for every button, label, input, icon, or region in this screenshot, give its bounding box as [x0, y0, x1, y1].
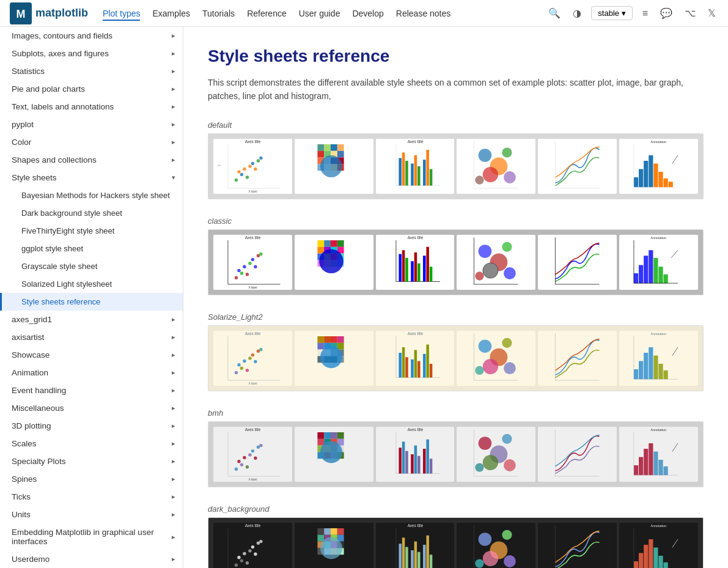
page-description: This script demonstrates the different a…: [208, 76, 704, 103]
plot-bubble-bmh[interactable]: [457, 427, 535, 482]
svg-point-180: [476, 366, 484, 374]
sidebar-item-text[interactable]: Text, labels and annotations: [0, 98, 183, 116]
plot-image-bmh[interactable]: [295, 427, 373, 482]
plot-image-dark[interactable]: [295, 523, 373, 568]
svg-text:Annotation: Annotation: [651, 524, 667, 528]
sidebar-item-pyplot[interactable]: pyplot: [0, 116, 183, 133]
plot-scatter-dark[interactable]: Axes title X-label: [213, 523, 292, 568]
svg-rect-146: [317, 336, 324, 343]
plot-bar-classic[interactable]: Axes title: [376, 235, 455, 290]
sidebar-item-color[interactable]: Color: [0, 133, 183, 151]
svg-rect-296: [405, 547, 408, 568]
svg-rect-233: [411, 454, 414, 474]
sidebar-item-scales[interactable]: Scales: [0, 435, 183, 452]
sidebar-item-grayscale[interactable]: Grayscale style sheet: [0, 257, 183, 275]
sidebar-item-specialty[interactable]: Specialty Plots: [0, 452, 183, 470]
sidebar-item-userdemo[interactable]: Userdemo: [0, 550, 183, 568]
sidebar-item-misc[interactable]: Miscellaneous: [0, 399, 183, 417]
nav-release-notes[interactable]: Release notes: [396, 9, 451, 18]
plot-line-bmh[interactable]: [538, 427, 617, 482]
plot-image-solarize[interactable]: [295, 331, 373, 386]
sidebar-item-shapes[interactable]: Shapes and collections: [0, 151, 183, 169]
sidebar-item-events[interactable]: Event handling: [0, 382, 183, 399]
plot-hist-solarize[interactable]: Annotation: [619, 331, 698, 386]
chevron-axes-grid1: [172, 315, 175, 323]
nav-tutorials[interactable]: Tutorials: [202, 9, 235, 18]
plot-line-solarize[interactable]: [538, 331, 617, 386]
sidebar-item-stylesheets[interactable]: Style sheets: [0, 169, 183, 186]
sidebar-item-animation[interactable]: Animation: [0, 364, 183, 382]
plot-bubble-default[interactable]: [457, 139, 535, 194]
svg-point-141: [259, 348, 262, 351]
sidebar-item-darkbg[interactable]: Dark background style sheet: [0, 204, 183, 222]
plot-hist-default[interactable]: Annotation: [619, 139, 698, 194]
logo[interactable]: M matplotlib: [10, 2, 88, 24]
sidebar-item-ggplot[interactable]: ggplot style sheet: [0, 240, 183, 257]
svg-rect-319: [659, 556, 663, 568]
sidebar-item-solarized[interactable]: Solarized Light stylesheet: [0, 275, 183, 293]
svg-rect-275: [324, 528, 331, 535]
plot-hist-bmh[interactable]: Annotation: [619, 427, 698, 482]
svg-rect-82: [317, 240, 324, 247]
plot-scatter-bmh[interactable]: Axes title X-label: [213, 427, 292, 482]
plot-bar-solarize[interactable]: Axes title: [376, 331, 455, 386]
sidebar-item-axes-grid1[interactable]: axes_grid1: [0, 311, 183, 328]
plot-image-default[interactable]: [295, 139, 373, 194]
plot-hist-classic[interactable]: Annotation: [619, 235, 698, 290]
sidebar-item-axisartist[interactable]: axisartist: [0, 328, 183, 346]
sidebar-item-units[interactable]: Units: [0, 506, 183, 523]
plot-bar-dark[interactable]: Axes title: [376, 523, 455, 568]
search-button[interactable]: 🔍: [546, 6, 563, 20]
plot-line-default[interactable]: [538, 139, 617, 194]
svg-rect-234: [414, 445, 417, 473]
svg-rect-57: [634, 177, 638, 187]
sidebar-item-images[interactable]: Images, contours and fields: [0, 27, 183, 45]
svg-rect-302: [429, 555, 432, 568]
plot-image-classic[interactable]: [295, 235, 373, 290]
sidebar-item-pie[interactable]: Pie and polar charts: [0, 80, 183, 98]
plot-bar-bmh[interactable]: Axes title: [376, 427, 455, 482]
svg-text:Axes title: Axes title: [245, 427, 261, 432]
github-icon[interactable]: ⌥: [682, 6, 698, 20]
nav-plot-types[interactable]: Plot types: [103, 9, 140, 21]
plot-scatter-default[interactable]: Axes title Y: [213, 139, 292, 194]
svg-point-50: [504, 171, 516, 183]
plot-hist-dark[interactable]: Annotation: [619, 523, 698, 568]
nav-reference[interactable]: Reference: [247, 9, 287, 18]
plot-line-dark[interactable]: [538, 523, 617, 568]
bars-icon[interactable]: ≡: [640, 7, 650, 20]
svg-point-142: [235, 371, 238, 374]
nav-develop[interactable]: Develop: [352, 9, 383, 18]
chat-icon[interactable]: 💬: [658, 6, 675, 20]
sidebar-item-fivethirtyeight[interactable]: FiveThirtyEight style sheet: [0, 222, 183, 240]
plot-scatter-solarize[interactable]: Axes title X-label: [213, 331, 292, 386]
plot-bar-default[interactable]: Axes title: [376, 139, 455, 194]
plot-line-classic[interactable]: [538, 235, 617, 290]
twitter-icon[interactable]: 𝕏: [705, 6, 718, 20]
plot-scatter-classic[interactable]: Axes title X-label: [213, 235, 292, 290]
sidebar-item-3d[interactable]: 3D plotting: [0, 417, 183, 435]
sidebar-item-showcase[interactable]: Showcase: [0, 346, 183, 364]
plot-bubble-classic[interactable]: [457, 235, 535, 290]
svg-rect-43: [423, 160, 426, 185]
sidebar-item-subplots[interactable]: Subplots, axes and figures: [0, 45, 183, 62]
sidebar-item-embedding[interactable]: Embedding Matplotlib in graphical user i…: [0, 523, 183, 550]
version-dropdown[interactable]: stable ▾: [591, 6, 632, 20]
svg-point-7: [240, 173, 243, 176]
chevron-images: [172, 32, 175, 40]
sidebar-item-bayesian[interactable]: Bayesian Methods for Hackers style sheet: [0, 186, 183, 204]
sidebar-item-statistics[interactable]: Statistics: [0, 62, 183, 80]
plot-bubble-solarize[interactable]: [457, 331, 535, 386]
svg-rect-294: [399, 544, 402, 568]
svg-rect-127: [659, 267, 663, 283]
svg-rect-274: [317, 528, 324, 535]
sidebar-item-spines[interactable]: Spines: [0, 470, 183, 488]
theme-toggle[interactable]: ◑: [570, 6, 584, 20]
nav-user-guide[interactable]: User guide: [299, 9, 340, 18]
nav-examples[interactable]: Examples: [152, 9, 189, 18]
sidebar-item-stylesheets-ref[interactable]: Style sheets reference: [0, 293, 183, 311]
sidebar-item-ticks[interactable]: Ticks: [0, 488, 183, 506]
svg-point-162: [320, 346, 342, 368]
plot-bubble-dark[interactable]: [457, 523, 535, 568]
style-label-default: default: [208, 120, 704, 130]
